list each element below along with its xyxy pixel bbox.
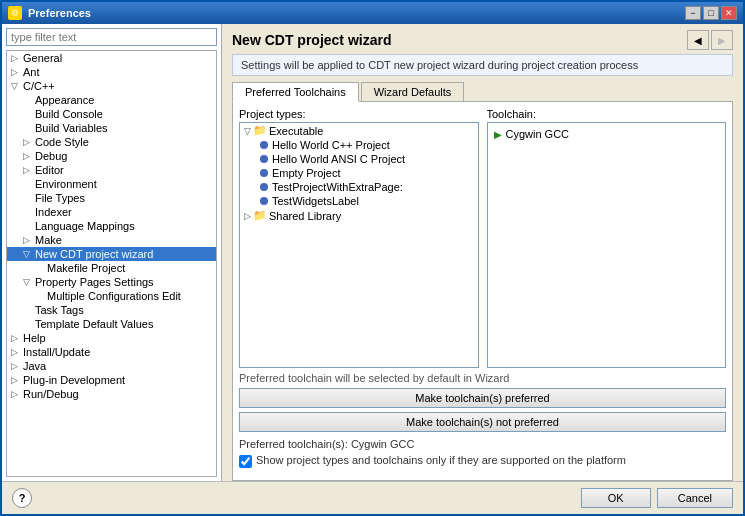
preferred-toolchain-text: Preferred toolchain(s): Cygwin GCC: [239, 438, 726, 450]
sidebar-item-new-cdt[interactable]: ▽ New CDT project wizard: [7, 247, 216, 261]
item-label: Hello World C++ Project: [272, 139, 390, 151]
sidebar-item-language-mappings[interactable]: Language Mappings: [7, 219, 216, 233]
platform-filter-checkbox[interactable]: [239, 455, 252, 468]
sidebar-item-debug[interactable]: ▷ Debug: [7, 149, 216, 163]
sidebar-item-template-default[interactable]: Template Default Values: [7, 317, 216, 331]
list-item[interactable]: Hello World C++ Project: [240, 138, 478, 152]
sidebar-item-task-tags[interactable]: Task Tags: [7, 303, 216, 317]
sidebar-item-label: File Types: [35, 192, 85, 204]
tab-label: Preferred Toolchains: [245, 86, 346, 98]
sidebar-item-multiple-config[interactable]: Multiple Configurations Edit: [7, 289, 216, 303]
sidebar-item-make[interactable]: ▷ Make: [7, 233, 216, 247]
tab-area: Preferred Toolchains Wizard Defaults Pro…: [232, 82, 733, 481]
sidebar-item-label: C/C++: [23, 80, 55, 92]
sidebar-item-run-debug[interactable]: ▷ Run/Debug: [7, 387, 216, 401]
cancel-button[interactable]: Cancel: [657, 488, 733, 508]
filter-input[interactable]: [6, 28, 217, 46]
expander-new-cdt: ▽: [23, 249, 33, 259]
sidebar-item-code-style[interactable]: ▷ Code Style: [7, 135, 216, 149]
list-item[interactable]: TestProjectWithExtraPage:: [240, 180, 478, 194]
bullet-icon: [260, 155, 268, 163]
list-item[interactable]: Empty Project: [240, 166, 478, 180]
sidebar-item-build-variables[interactable]: Build Variables: [7, 121, 216, 135]
sidebar-item-install-update[interactable]: ▷ Install/Update: [7, 345, 216, 359]
play-icon: ▶: [494, 129, 502, 140]
folder-arrow-icon: ▽: [244, 126, 251, 136]
checkbox-label: Show project types and toolchains only i…: [256, 454, 626, 466]
nav-back-button[interactable]: ◀: [687, 30, 709, 50]
help-button[interactable]: ?: [12, 488, 32, 508]
list-item[interactable]: ▷ 📁 Shared Library: [240, 208, 478, 223]
project-types-label: Project types:: [239, 108, 479, 120]
make-not-preferred-button[interactable]: Make toolchain(s) not preferred: [239, 412, 726, 432]
list-item[interactable]: ▶ Cygwin GCC: [492, 127, 722, 141]
list-item[interactable]: ▽ 📁 Executable: [240, 123, 478, 138]
tab-preferred-toolchains[interactable]: Preferred Toolchains: [232, 82, 359, 102]
item-label: Empty Project: [272, 167, 340, 179]
preferred-note: Preferred toolchain will be selected by …: [239, 372, 726, 384]
nav-forward-button[interactable]: ▶: [711, 30, 733, 50]
expander-run-debug: ▷: [11, 389, 21, 399]
sidebar-item-label: Editor: [35, 164, 64, 176]
close-button[interactable]: ✕: [721, 6, 737, 20]
sidebar-item-appearance[interactable]: Appearance: [7, 93, 216, 107]
expander-make: ▷: [23, 235, 33, 245]
item-label: TestWidgetsLabel: [272, 195, 359, 207]
sidebar-item-help[interactable]: ▷ Help: [7, 331, 216, 345]
two-column-layout: Project types: ▽ 📁 Executable: [239, 108, 726, 368]
sidebar-item-java[interactable]: ▷ Java: [7, 359, 216, 373]
tab-wizard-defaults[interactable]: Wizard Defaults: [361, 82, 465, 102]
sidebar-item-cpp[interactable]: ▽ C/C++: [7, 79, 216, 93]
sidebar-item-label: Environment: [35, 178, 97, 190]
sidebar-item-file-types[interactable]: File Types: [7, 191, 216, 205]
checkbox-row: Show project types and toolchains only i…: [239, 454, 726, 468]
sidebar-item-environment[interactable]: Environment: [7, 177, 216, 191]
expander-java: ▷: [11, 361, 21, 371]
minimize-button[interactable]: −: [685, 6, 701, 20]
item-label: Hello World ANSI C Project: [272, 153, 405, 165]
expander-property-pages: ▽: [23, 277, 33, 287]
toolchain-label: Toolchain:: [487, 108, 727, 120]
sidebar-item-general[interactable]: ▷ General: [7, 51, 216, 65]
content-area: ▷ General ▷ Ant ▽ C/C++ Appearance: [2, 24, 743, 481]
sidebar-item-build-console[interactable]: Build Console: [7, 107, 216, 121]
sidebar-item-label: Makefile Project: [47, 262, 125, 274]
bullet-icon: [260, 197, 268, 205]
bullet-icon: [260, 183, 268, 191]
sidebar-item-label: Indexer: [35, 206, 72, 218]
sidebar-item-label: Build Console: [35, 108, 103, 120]
sidebar-item-plugin-dev[interactable]: ▷ Plug-in Development: [7, 373, 216, 387]
list-item[interactable]: Hello World ANSI C Project: [240, 152, 478, 166]
right-header: New CDT project wizard ◀ ▶: [222, 24, 743, 54]
expander-install-update: ▷: [11, 347, 21, 357]
make-preferred-button[interactable]: Make toolchain(s) preferred: [239, 388, 726, 408]
info-bar: Settings will be applied to CDT new proj…: [232, 54, 733, 76]
expander-debug: ▷: [23, 151, 33, 161]
list-item[interactable]: TestWidgetsLabel: [240, 194, 478, 208]
sidebar-item-label: Plug-in Development: [23, 374, 125, 386]
sidebar-item-label: Multiple Configurations Edit: [47, 290, 181, 302]
list-box-inner[interactable]: ▽ 📁 Executable Hello World C++ Project: [240, 123, 478, 367]
maximize-button[interactable]: □: [703, 6, 719, 20]
project-types-column: Project types: ▽ 📁 Executable: [239, 108, 479, 368]
sidebar-item-editor[interactable]: ▷ Editor: [7, 163, 216, 177]
sidebar-item-label: Property Pages Settings: [35, 276, 154, 288]
sidebar-item-label: Build Variables: [35, 122, 108, 134]
expander-editor: ▷: [23, 165, 33, 175]
sidebar-item-makefile-project[interactable]: Makefile Project: [7, 261, 216, 275]
sidebar-item-ant[interactable]: ▷ Ant: [7, 65, 216, 79]
bullet-icon: [260, 169, 268, 177]
tree-container[interactable]: ▷ General ▷ Ant ▽ C/C++ Appearance: [6, 50, 217, 477]
sidebar-item-property-pages[interactable]: ▽ Property Pages Settings: [7, 275, 216, 289]
project-types-list[interactable]: ▽ 📁 Executable Hello World C++ Project: [239, 122, 479, 368]
item-label: Executable: [269, 125, 323, 137]
sidebar-item-indexer[interactable]: Indexer: [7, 205, 216, 219]
title-bar-left: ⚙ Preferences: [8, 6, 91, 20]
toolchain-list[interactable]: ▶ Cygwin GCC: [487, 122, 727, 368]
sidebar-item-label: Help: [23, 332, 46, 344]
sidebar-item-label: New CDT project wizard: [35, 248, 153, 260]
left-panel: ▷ General ▷ Ant ▽ C/C++ Appearance: [2, 24, 222, 481]
page-title: New CDT project wizard: [232, 32, 391, 48]
sidebar-item-label: Template Default Values: [35, 318, 153, 330]
ok-button[interactable]: OK: [581, 488, 651, 508]
